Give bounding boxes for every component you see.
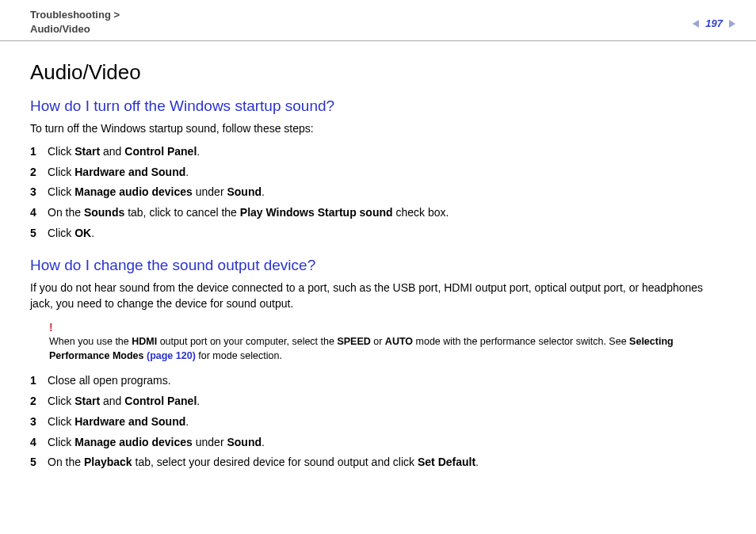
page-header: Troubleshooting > Audio/Video 197	[0, 0, 756, 41]
step-number: 3	[30, 412, 48, 433]
note-text: When you use the HDMI output port on you…	[49, 336, 674, 361]
step-number: 3	[30, 182, 48, 203]
step-number: 4	[30, 433, 48, 453]
step-number: 5	[30, 223, 48, 244]
step-list: 1Close all open programs.2Click Start an…	[30, 371, 726, 473]
step-list: 1Click Start and Control Panel.2Click Ha…	[30, 142, 726, 244]
step-item: 3Click Manage audio devices under Sound.	[30, 182, 726, 203]
step-number: 2	[30, 162, 48, 183]
step-number: 1	[30, 142, 48, 162]
step-item: 5Click OK.	[30, 223, 726, 244]
breadcrumb-separator: >	[113, 9, 120, 21]
svg-marker-1	[729, 20, 735, 28]
breadcrumb: Troubleshooting > Audio/Video	[30, 8, 120, 36]
step-item: 1Click Start and Control Panel.	[30, 142, 726, 162]
prev-page-icon[interactable]	[691, 19, 701, 29]
step-item: 5On the Playback tab, select your desire…	[30, 452, 726, 473]
step-item: 3Click Hardware and Sound.	[30, 412, 726, 433]
section-heading: How do I turn off the Windows startup so…	[30, 97, 726, 115]
page-navigation: 197	[691, 17, 737, 29]
warning-icon: !	[49, 319, 715, 335]
step-number: 5	[30, 452, 48, 473]
page-content: Audio/Video How do I turn off the Window…	[0, 41, 756, 473]
step-item: 4Click Manage audio devices under Sound.	[30, 433, 726, 453]
step-number: 2	[30, 391, 48, 412]
step-item: 2Click Hardware and Sound.	[30, 162, 726, 183]
page-title: Audio/Video	[30, 60, 726, 85]
step-item: 2Click Start and Control Panel.	[30, 391, 726, 412]
note-block: ! When you use the HDMI output port on y…	[49, 319, 715, 363]
page-number: 197	[705, 17, 723, 29]
page-link[interactable]: (page 120)	[147, 350, 196, 361]
step-item: 1Close all open programs.	[30, 371, 726, 391]
step-item: 4On the Sounds tab, click to cancel the …	[30, 203, 726, 223]
next-page-icon[interactable]	[727, 19, 737, 29]
breadcrumb-level-2[interactable]: Audio/Video	[30, 23, 90, 35]
step-number: 1	[30, 371, 48, 391]
breadcrumb-level-1[interactable]: Troubleshooting	[30, 9, 111, 21]
svg-marker-0	[693, 20, 699, 28]
section-heading: How do I change the sound output device?	[30, 257, 726, 274]
section-intro: To turn off the Windows startup sound, f…	[30, 121, 726, 137]
step-number: 4	[30, 203, 48, 223]
section-intro: If you do not hear sound from the device…	[30, 280, 726, 311]
